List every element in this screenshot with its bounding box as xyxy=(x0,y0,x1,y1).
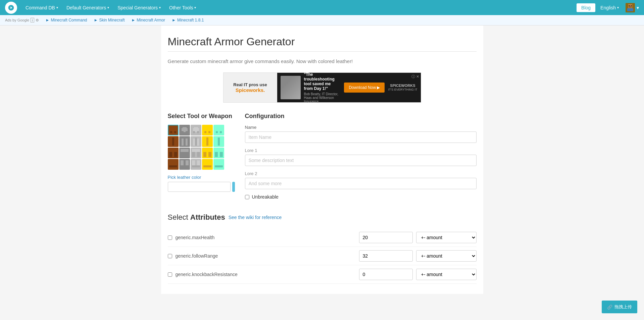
ad-cta-button[interactable]: Download Now ▶ xyxy=(344,83,385,93)
armor-iron-leggings[interactable] xyxy=(191,148,201,158)
main-content: Minecraft Armor Generator Generate custo… xyxy=(161,25,483,294)
armor-iron-chest[interactable] xyxy=(191,136,201,147)
ad-brand-footer: SPICEWORKS IT'S EVERYTHING IT xyxy=(388,83,417,92)
svg-rect-67 xyxy=(203,160,206,165)
svg-rect-68 xyxy=(203,165,207,167)
name-input[interactable] xyxy=(245,131,477,143)
svg-rect-3 xyxy=(629,7,632,7)
ads-settings-icon[interactable]: ⚙ xyxy=(36,18,39,22)
leather-color-input[interactable] xyxy=(168,182,231,192)
attr-checkbox-1[interactable] xyxy=(168,254,172,258)
armor-chainmail-boots[interactable] xyxy=(179,159,190,170)
ad-skin-minecraft[interactable]: Skin Minecraft xyxy=(99,18,125,22)
svg-rect-35 xyxy=(206,138,208,146)
armor-leather-boots[interactable] xyxy=(168,159,179,170)
leather-color-button[interactable] xyxy=(232,182,235,192)
armor-gold-leggings[interactable] xyxy=(202,148,213,158)
avatar-dropdown-icon[interactable]: ▾ xyxy=(637,5,639,10)
nav-default-generators[interactable]: Default Generators xyxy=(63,3,112,12)
svg-rect-70 xyxy=(207,165,211,167)
user-avatar[interactable] xyxy=(626,3,635,12)
lore2-input[interactable] xyxy=(245,178,477,189)
svg-rect-28 xyxy=(182,139,184,146)
armor-diamond-helmet[interactable] xyxy=(213,125,224,136)
svg-rect-53 xyxy=(215,152,218,157)
ad-left-brand: Spiceworks. xyxy=(236,87,265,93)
ad-minecraft-armor[interactable]: Minecraft Armor xyxy=(137,18,165,22)
svg-rect-33 xyxy=(197,139,199,146)
ad-link-4[interactable]: ► Minecraft 1.8.1 xyxy=(172,18,204,22)
nav-command-db[interactable]: Command DB xyxy=(22,3,61,12)
attr-checkbox-0[interactable] xyxy=(168,235,172,240)
wiki-link[interactable]: See the wiki for reference xyxy=(229,215,282,220)
navbar-links: Command DB Default Generators Special Ge… xyxy=(22,3,577,12)
armor-gold-boots[interactable] xyxy=(202,159,213,170)
svg-rect-59 xyxy=(181,160,184,165)
ad-minecraft-181[interactable]: Minecraft 1.8.1 xyxy=(177,18,204,22)
attribute-row-1: generic.followRange +- amount + amount *… xyxy=(168,247,477,265)
unbreakable-row: Unbreakable xyxy=(245,194,477,200)
config-name-label: Name xyxy=(245,125,477,130)
nav-special-generators[interactable]: Special Generators xyxy=(114,3,164,12)
armor-gold-helmet[interactable] xyxy=(202,125,213,136)
unbreakable-checkbox[interactable] xyxy=(245,195,249,199)
page-subtitle: Generate custom minecraft armor give com… xyxy=(168,58,477,64)
ad-quote: "The troubleshooting tool saved me from … xyxy=(304,72,341,91)
svg-rect-32 xyxy=(195,138,197,146)
attribute-row-0: generic.maxHealth +- amount + amount * a… xyxy=(168,228,477,247)
svg-rect-27 xyxy=(174,139,176,146)
svg-rect-24 xyxy=(220,131,222,133)
nav-other-tools[interactable]: Other Tools xyxy=(166,3,199,12)
ad-photo xyxy=(281,76,301,99)
ad-minecraft-command[interactable]: Minecraft Command xyxy=(51,18,87,22)
armor-leather-leggings[interactable] xyxy=(168,148,179,158)
attr-operation-0[interactable]: +- amount + amount * amount xyxy=(416,232,477,243)
armor-diamond-leggings[interactable] xyxy=(213,148,224,158)
armor-chainmail-leggings[interactable] xyxy=(179,148,190,158)
tool-selector: Select Tool or Weapon xyxy=(168,113,235,200)
language-selector[interactable]: English xyxy=(597,3,622,12)
ad-banner-right: "The troubleshooting tool saved me from … xyxy=(277,73,421,102)
attribute-row-2: generic.knockbackResistance +- amount + … xyxy=(168,265,477,284)
blog-button[interactable]: Blog xyxy=(577,3,595,12)
attr-value-2[interactable] xyxy=(359,269,413,280)
ad-link-2[interactable]: ► Skin Minecraft xyxy=(94,18,125,22)
armor-chainmail-chest[interactable] xyxy=(179,136,190,147)
armor-leather-helmet[interactable] xyxy=(168,125,179,136)
attr-value-1[interactable] xyxy=(359,250,413,262)
armor-grid xyxy=(168,125,235,170)
armor-diamond-boots[interactable] xyxy=(213,159,224,170)
ad-link-1[interactable]: ► Minecraft Command xyxy=(46,18,87,22)
ad-arrow-3: ► xyxy=(131,18,135,22)
ad-close-button[interactable]: ⓘ ✕ xyxy=(411,74,419,79)
attr-operation-1[interactable]: +- amount + amount * amount xyxy=(416,250,477,262)
armor-diamond-chest[interactable] xyxy=(213,136,224,147)
armor-iron-boots[interactable] xyxy=(191,159,201,170)
brand-logo[interactable] xyxy=(5,2,17,14)
armor-leather-chest[interactable] xyxy=(168,136,179,147)
armor-iron-helmet[interactable] xyxy=(191,125,201,136)
attr-operation-2[interactable]: +- amount + amount * amount xyxy=(416,269,477,280)
ads-by-google: Ads by Google i ⚙ xyxy=(5,18,39,22)
svg-rect-8 xyxy=(174,131,176,133)
attr-value-0[interactable] xyxy=(359,232,413,243)
svg-rect-58 xyxy=(173,165,177,167)
armor-gold-chest[interactable] xyxy=(202,136,213,147)
svg-rect-39 xyxy=(220,139,222,146)
config-name-field: Name xyxy=(245,125,477,143)
armor-chainmail-helmet[interactable] xyxy=(179,125,190,136)
unbreakable-label[interactable]: Unbreakable xyxy=(252,194,279,200)
attr-checkbox-2[interactable] xyxy=(168,272,172,277)
svg-rect-69 xyxy=(208,160,211,165)
svg-rect-12 xyxy=(186,131,188,133)
svg-rect-20 xyxy=(208,131,210,133)
svg-rect-1 xyxy=(629,5,630,6)
config-panel: Configuration Name Lore 1 Lore 2 Unbrea xyxy=(245,113,477,200)
svg-rect-22 xyxy=(217,127,221,128)
ad-left-text: Real IT pros use xyxy=(233,82,267,87)
lore1-input[interactable] xyxy=(245,155,477,166)
svg-rect-61 xyxy=(186,160,189,165)
ad-link-3[interactable]: ► Minecraft Armor xyxy=(131,18,165,22)
svg-rect-52 xyxy=(215,149,223,152)
config-lore1-field: Lore 1 xyxy=(245,148,477,166)
